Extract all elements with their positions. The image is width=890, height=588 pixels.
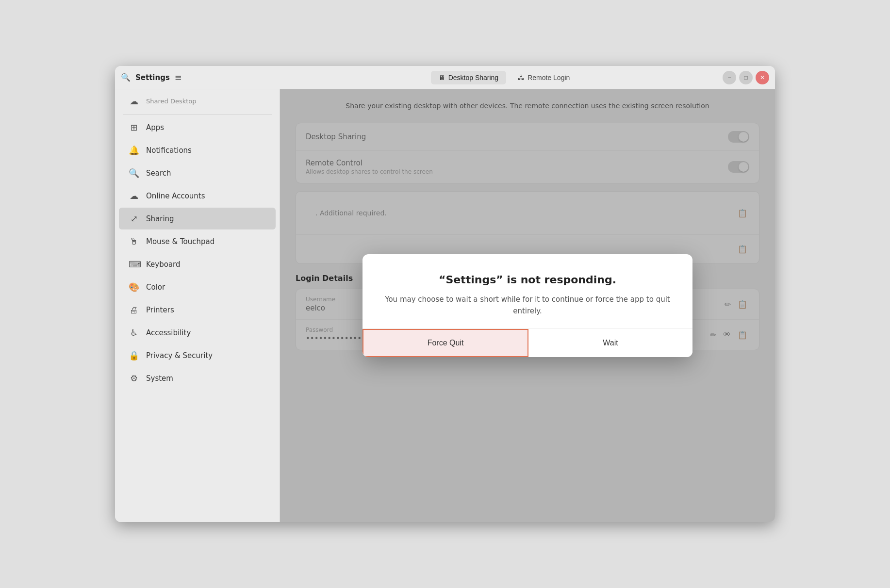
keyboard-icon: ⌨ [129, 259, 139, 269]
sidebar-label-search: Search [146, 169, 171, 178]
sidebar-label-privacy-security: Privacy & Security [146, 351, 213, 360]
sidebar-item-keyboard[interactable]: ⌨ Keyboard [119, 253, 276, 275]
tab-desktop-sharing[interactable]: 🖥 Desktop Sharing [431, 71, 507, 84]
sidebar-label-system: System [146, 374, 173, 383]
sharing-icon: ⤢ [129, 213, 139, 224]
mouse-touchpad-icon: 🖱 [129, 236, 139, 246]
sidebar-item-mouse-touchpad[interactable]: 🖱 Mouse & Touchpad [119, 230, 276, 252]
printers-icon: 🖨 [129, 305, 139, 315]
modal-message: You may choose to wait a short while for… [382, 294, 673, 317]
app-window: 🔍 Settings ≡ 🖥 Desktop Sharing 🖧 Remote … [115, 66, 775, 522]
sidebar-item-shared-desktop[interactable]: ☁ Shared Desktop [119, 90, 276, 112]
sidebar-item-privacy-security[interactable]: 🔒 Privacy & Security [119, 344, 276, 366]
close-button[interactable]: ✕ [756, 71, 769, 84]
sidebar-item-accessibility[interactable]: ♿ Accessibility [119, 322, 276, 343]
system-icon: ⚙ [129, 373, 139, 383]
sidebar-label-mouse-touchpad: Mouse & Touchpad [146, 237, 214, 246]
minimize-button[interactable]: − [723, 71, 736, 84]
main-content: ☁ Shared Desktop ⊞ Apps 🔔 Notifications … [115, 89, 775, 522]
sidebar: ☁ Shared Desktop ⊞ Apps 🔔 Notifications … [115, 89, 280, 522]
search-sidebar-icon: 🔍 [129, 168, 139, 178]
accessibility-icon: ♿ [129, 327, 139, 338]
apps-icon: ⊞ [129, 122, 139, 132]
modal-body: “Settings” is not responding. You may ch… [363, 254, 692, 328]
content-area: Share your existing desktop with other d… [280, 89, 775, 522]
modal-actions: Force Quit Wait [363, 328, 692, 357]
sidebar-divider-1 [123, 114, 272, 114]
sidebar-item-search[interactable]: 🔍 Search [119, 162, 276, 184]
sidebar-label-online-accounts: Online Accounts [146, 192, 205, 200]
not-responding-dialog: “Settings” is not responding. You may ch… [363, 254, 692, 357]
maximize-button[interactable]: □ [739, 71, 753, 84]
wait-button[interactable]: Wait [528, 329, 692, 357]
tab-remote-login[interactable]: 🖧 Remote Login [510, 71, 577, 84]
titlebar: 🔍 Settings ≡ 🖥 Desktop Sharing 🖧 Remote … [115, 66, 775, 89]
force-quit-button[interactable]: Force Quit [363, 329, 528, 357]
sidebar-label-accessibility: Accessibility [146, 328, 191, 337]
titlebar-left: 🔍 Settings ≡ [121, 72, 286, 82]
modal-title: “Settings” is not responding. [382, 274, 673, 286]
sidebar-label-color: Color [146, 283, 165, 292]
modal-overlay: “Settings” is not responding. You may ch… [280, 89, 775, 522]
notifications-icon: 🔔 [129, 145, 139, 155]
sidebar-label-shared-desktop: Shared Desktop [146, 98, 197, 105]
app-title: Settings [135, 73, 170, 82]
search-icon: 🔍 [121, 73, 131, 82]
shared-desktop-icon: ☁ [129, 96, 139, 106]
sidebar-label-apps: Apps [146, 123, 164, 132]
sidebar-item-apps[interactable]: ⊞ Apps [119, 116, 276, 138]
remote-login-icon: 🖧 [518, 74, 525, 82]
sidebar-item-color[interactable]: 🎨 Color [119, 276, 276, 298]
desktop-sharing-icon: 🖥 [439, 74, 445, 82]
color-icon: 🎨 [129, 282, 139, 292]
sidebar-label-keyboard: Keyboard [146, 260, 181, 269]
sidebar-label-notifications: Notifications [146, 146, 192, 155]
sidebar-item-online-accounts[interactable]: ☁ Online Accounts [119, 185, 276, 207]
sidebar-item-printers[interactable]: 🖨 Printers [119, 299, 276, 321]
window-controls: − □ ✕ [723, 71, 769, 84]
online-accounts-icon: ☁ [129, 191, 139, 201]
sidebar-item-system[interactable]: ⚙ System [119, 367, 276, 389]
tab-bar: 🖥 Desktop Sharing 🖧 Remote Login [286, 71, 723, 84]
sidebar-label-sharing: Sharing [146, 214, 174, 223]
sidebar-item-sharing[interactable]: ⤢ Sharing [119, 208, 276, 229]
privacy-security-icon: 🔒 [129, 350, 139, 360]
sidebar-item-notifications[interactable]: 🔔 Notifications [119, 139, 276, 161]
sidebar-label-printers: Printers [146, 306, 174, 314]
menu-icon[interactable]: ≡ [175, 72, 182, 82]
